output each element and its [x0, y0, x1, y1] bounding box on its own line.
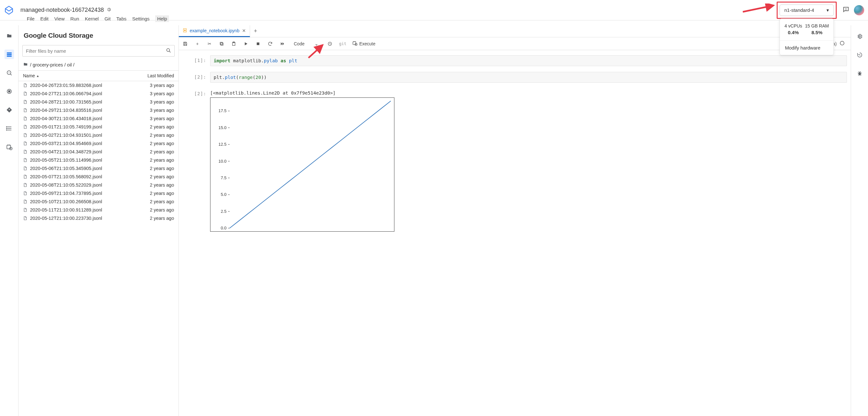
- add-tab-button[interactable]: +: [250, 28, 261, 34]
- file-row[interactable]: 2020-05-02T21:10:04.931501.jsonl2 years …: [19, 131, 179, 139]
- file-browser-icon[interactable]: [4, 31, 14, 40]
- svg-point-49: [859, 36, 860, 37]
- modify-hardware-button[interactable]: Modify hardware: [780, 40, 834, 55]
- notebook-toolbar: + ✂ Code ⌄ git Execute ca): [179, 37, 851, 50]
- svg-rect-3: [7, 52, 11, 53]
- machine-type-label: n1-standard-4: [784, 7, 814, 13]
- breadcrumb-path: / grocery-prices / oil /: [30, 62, 74, 67]
- add-cell-icon[interactable]: +: [194, 40, 200, 47]
- history-rail-icon[interactable]: [855, 50, 865, 60]
- file-row[interactable]: 2020-05-10T21:10:00.266508.jsonl2 years …: [19, 198, 179, 206]
- svg-rect-24: [220, 42, 222, 44]
- menu-help[interactable]: Help: [155, 15, 169, 22]
- col-name-header[interactable]: Name▲: [19, 70, 131, 81]
- svg-rect-5: [7, 56, 11, 57]
- file-row[interactable]: 2020-05-08T21:10:05.522029.jsonl2 years …: [19, 181, 179, 189]
- machine-type-dropdown[interactable]: n1-standard-4 ▾: [779, 4, 834, 16]
- user-avatar[interactable]: [854, 5, 864, 15]
- output-text: [<matplotlib.lines.Line2D at 0x7f9e514e2…: [210, 89, 847, 97]
- folder-icon: [23, 62, 28, 68]
- file-row[interactable]: 2020-05-04T21:10:04.348729.jsonl2 years …: [19, 148, 179, 156]
- file-row[interactable]: 2020-05-05T21:10:05.114996.jsonl2 years …: [19, 156, 179, 164]
- paste-icon[interactable]: [230, 40, 237, 47]
- execute-button[interactable]: Execute: [352, 40, 376, 47]
- notebook-tab-label: example_notebook.ipynb: [190, 28, 240, 33]
- svg-text:0.0: 0.0: [221, 226, 226, 230]
- bigquery-icon[interactable]: +: [4, 68, 14, 78]
- save-icon[interactable]: [182, 40, 188, 47]
- cut-icon[interactable]: ✂: [206, 40, 213, 47]
- kernel-settings-icon[interactable]: [106, 7, 112, 13]
- in-prompt: [2]:: [192, 72, 210, 80]
- ram-value: 8.5%: [811, 30, 822, 35]
- file-list-header: Name▲ Last Modified: [19, 70, 179, 81]
- svg-text:+: +: [8, 71, 9, 74]
- left-rail: +: [0, 25, 19, 416]
- code-cell[interactable]: [2]: plt.plot(range(20)): [192, 72, 847, 83]
- code-input[interactable]: plt.plot(range(20)): [210, 72, 847, 83]
- svg-line-20: [169, 51, 170, 52]
- ram-stat: 15 GB RAM 8.5%: [805, 23, 829, 35]
- code-input[interactable]: import matplotlib.pylab as plt: [210, 55, 847, 66]
- history-icon[interactable]: [327, 40, 333, 47]
- toc-icon[interactable]: [4, 124, 14, 133]
- git-rail-icon[interactable]: [4, 105, 14, 115]
- notebook-tab-icon: [183, 28, 187, 34]
- file-row[interactable]: 2020-05-11T21:10:00.911289.jsonl2 years …: [19, 206, 179, 214]
- menu-git[interactable]: Git: [104, 16, 111, 22]
- inspector-icon[interactable]: [855, 32, 865, 41]
- scheduler-icon[interactable]: [4, 142, 14, 152]
- menu-run[interactable]: Run: [70, 16, 79, 22]
- file-row[interactable]: 2020-04-28T21:10:00.731565.jsonl3 years …: [19, 98, 179, 106]
- output-plot: 0.02.55.07.510.012.515.017.5: [210, 97, 394, 232]
- run-icon[interactable]: [243, 40, 249, 47]
- menu-tabs[interactable]: Tabs: [116, 16, 126, 22]
- restart-icon[interactable]: [267, 40, 273, 47]
- tabbar: example_notebook.ipynb ✕ +: [179, 25, 851, 37]
- cpu-value: 0.4%: [788, 30, 799, 35]
- close-tab-icon[interactable]: ✕: [242, 28, 246, 33]
- svg-line-7: [10, 74, 11, 75]
- execute-label: Execute: [359, 41, 376, 46]
- file-row[interactable]: 2020-05-06T21:10:05.345905.jsonl2 years …: [19, 164, 179, 173]
- file-row[interactable]: 2020-05-09T21:10:04.737895.jsonl2 years …: [19, 189, 179, 198]
- col-modified-header[interactable]: Last Modified: [131, 70, 179, 81]
- file-row[interactable]: 2020-04-26T23:01:59.883268.jsonl3 years …: [19, 81, 179, 89]
- stop-icon[interactable]: [255, 40, 261, 47]
- svg-point-15: [6, 128, 7, 129]
- notebook-title[interactable]: managed-notebook-1667242438: [21, 7, 104, 13]
- svg-rect-23: [221, 43, 223, 45]
- file-row[interactable]: 2020-04-27T21:10:06.066794.jsonl3 years …: [19, 89, 179, 98]
- file-row[interactable]: 2020-05-01T21:10:05.749199.jsonl2 years …: [19, 123, 179, 131]
- feedback-icon[interactable]: [842, 6, 849, 14]
- cpu-stat: 4 vCPUs 0.4%: [785, 23, 802, 35]
- file-row[interactable]: 2020-05-03T21:10:04.954669.jsonl2 years …: [19, 139, 179, 148]
- file-row[interactable]: 2020-05-12T21:10:00.223730.jsonl2 years …: [19, 214, 179, 222]
- svg-text:10.0: 10.0: [218, 159, 226, 164]
- notebook-tab[interactable]: example_notebook.ipynb ✕: [179, 25, 250, 37]
- menu-view[interactable]: View: [54, 16, 64, 22]
- file-row[interactable]: 2020-05-07T21:10:05.568092.jsonl2 years …: [19, 173, 179, 181]
- file-row[interactable]: 2020-04-29T21:10:04.835516.jsonl3 years …: [19, 106, 179, 114]
- menu-edit[interactable]: Edit: [40, 16, 49, 22]
- svg-point-16: [6, 130, 7, 130]
- search-icon[interactable]: [166, 48, 172, 54]
- menu-kernel[interactable]: Kernel: [85, 16, 99, 22]
- copy-icon[interactable]: [218, 40, 225, 47]
- file-row[interactable]: 2020-04-30T21:10:06.434018.jsonl3 years …: [19, 114, 179, 123]
- running-kernels-icon[interactable]: [4, 87, 14, 96]
- code-cell[interactable]: [1]: import matplotlib.pylab as plt: [192, 55, 847, 66]
- kernel-status-icon[interactable]: [839, 40, 845, 47]
- breadcrumb[interactable]: / grocery-prices / oil /: [19, 60, 179, 70]
- gcs-browser-icon[interactable]: [4, 50, 14, 59]
- debug-icon[interactable]: [855, 69, 865, 78]
- svg-text:12.5: 12.5: [218, 142, 226, 147]
- run-all-icon[interactable]: [279, 40, 285, 47]
- git-toolbar-label[interactable]: git: [339, 41, 346, 46]
- menu-file[interactable]: File: [27, 16, 34, 22]
- file-filter-input[interactable]: [22, 45, 175, 57]
- hardware-popup: 4 vCPUs 0.4% 15 GB RAM 8.5% Modify hardw…: [779, 19, 834, 55]
- menu-settings[interactable]: Settings: [132, 16, 150, 22]
- in-prompt: [1]:: [192, 55, 210, 63]
- celltype-select[interactable]: Code ⌄: [291, 40, 321, 48]
